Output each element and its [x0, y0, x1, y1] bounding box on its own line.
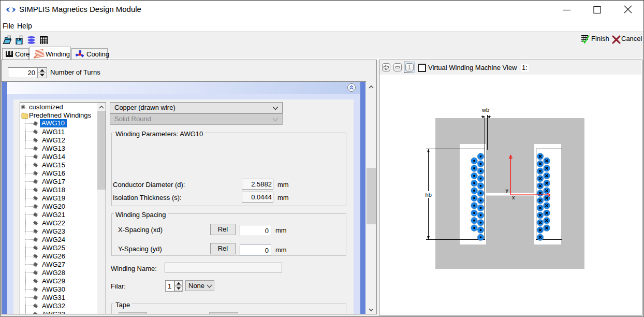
svg-text:wb: wb [481, 107, 489, 113]
svg-text:1: 1 [408, 65, 411, 70]
svg-text:y: y [506, 187, 509, 193]
svg-text:x: x [512, 194, 515, 200]
svg-text:hb: hb [426, 192, 432, 198]
